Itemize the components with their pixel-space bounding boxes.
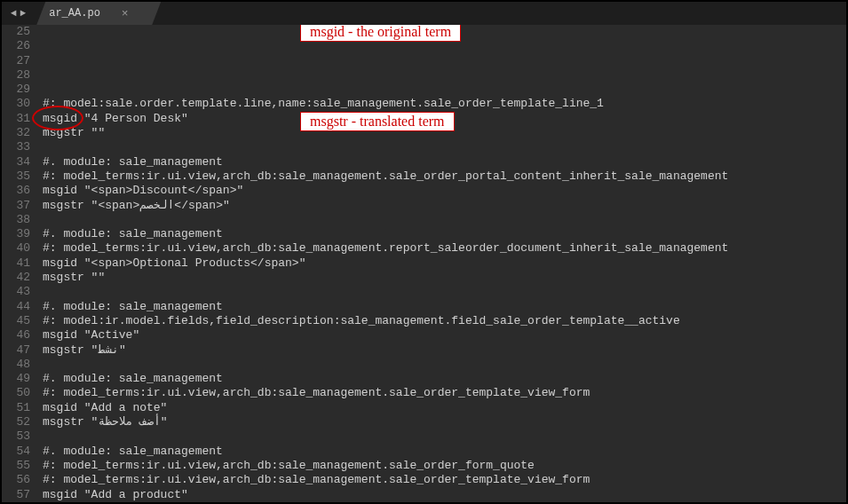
code-line[interactable]: #. module: sale_management [43,155,843,169]
line-number: 40 [7,241,30,256]
line-number: 37 [7,199,30,213]
code-line[interactable] [43,140,843,154]
line-number: 53 [7,429,30,444]
tab-next-icon[interactable]: ► [20,8,27,19]
line-number: 55 [7,459,30,473]
line-number: 41 [7,256,30,271]
code-line[interactable]: #: model_terms:ir.ui.view,arch_db:sale_m… [43,241,843,256]
line-number: 27 [7,54,30,68]
line-number: 33 [7,140,30,154]
code-line[interactable]: #. module: sale_management [43,227,843,241]
line-number: 44 [7,300,30,314]
line-number: 34 [7,155,30,169]
code-editor[interactable]: 2526272829303132333435363738394041424344… [2,25,846,502]
code-line[interactable]: msgid "Add a product" [43,488,843,502]
line-number: 52 [7,415,30,429]
line-number: 48 [7,358,30,372]
line-number-gutter: 2526272829303132333435363738394041424344… [2,25,39,502]
line-number: 38 [7,213,30,227]
line-number: 35 [7,169,30,184]
code-line[interactable]: #: model:ir.model.fields,field_descripti… [43,314,843,328]
code-line[interactable]: #: model_terms:ir.ui.view,arch_db:sale_m… [43,459,843,473]
file-tab-label: ar_AA.po [49,7,100,20]
tab-bar: ◄ ► ar_AA.po × [2,2,846,25]
code-line[interactable]: msgstr "<span>الخصم</span>" [43,199,843,213]
line-number: 51 [7,401,30,415]
code-line[interactable]: #. module: sale_management [43,372,843,386]
line-number: 25 [7,25,30,39]
file-tab[interactable]: ar_AA.po × [36,2,161,25]
code-line[interactable]: #: model_terms:ir.ui.view,arch_db:sale_m… [43,386,843,400]
line-number: 39 [7,227,30,241]
code-line[interactable] [43,358,843,372]
line-number: 43 [7,285,30,299]
line-number: 31 [7,112,30,126]
code-line[interactable]: msgstr "أضف ملاحظة" [43,415,843,429]
line-number: 29 [7,83,30,97]
code-line[interactable] [43,429,843,444]
line-number: 45 [7,314,30,328]
line-number: 49 [7,372,30,386]
code-line[interactable] [43,285,843,299]
code-line[interactable]: #. module: sale_management [43,445,843,459]
code-line[interactable]: #: model_terms:ir.ui.view,arch_db:sale_m… [43,169,843,184]
line-number: 50 [7,386,30,400]
code-line[interactable]: #. module: sale_management [43,300,843,314]
line-number: 42 [7,271,30,285]
line-number: 47 [7,343,30,358]
code-line[interactable]: msgstr "نشط" [43,343,843,358]
annotation-msgstr: msgstr - translated term [300,112,455,131]
tab-nav: ◄ ► [5,2,31,25]
line-number: 54 [7,445,30,459]
line-number: 30 [7,97,30,111]
line-number: 56 [7,473,30,487]
annotation-msgid: msgid - the original term [300,25,461,42]
code-line[interactable]: #: model:sale.order.template.line,name:s… [43,97,843,111]
code-line[interactable]: msgid "<span>Optional Products</span>" [43,256,843,271]
tab-prev-icon[interactable]: ◄ [11,8,17,19]
line-number: 57 [7,488,30,502]
code-line[interactable] [43,213,843,227]
code-line[interactable]: msgid "<span>Discount</span>" [43,184,843,198]
code-line[interactable]: msgid "Active" [43,328,843,343]
line-number: 28 [7,68,30,83]
line-number: 32 [7,126,30,140]
code-line[interactable]: msgid "Add a note" [43,401,843,415]
code-line[interactable]: msgstr "" [43,271,843,285]
code-line[interactable]: #: model_terms:ir.ui.view,arch_db:sale_m… [43,473,843,487]
code-area[interactable]: msgid - the original term msgstr - trans… [39,25,846,502]
line-number: 26 [7,39,30,53]
line-number: 46 [7,328,30,343]
line-number: 36 [7,184,30,198]
close-icon[interactable]: × [122,7,129,20]
